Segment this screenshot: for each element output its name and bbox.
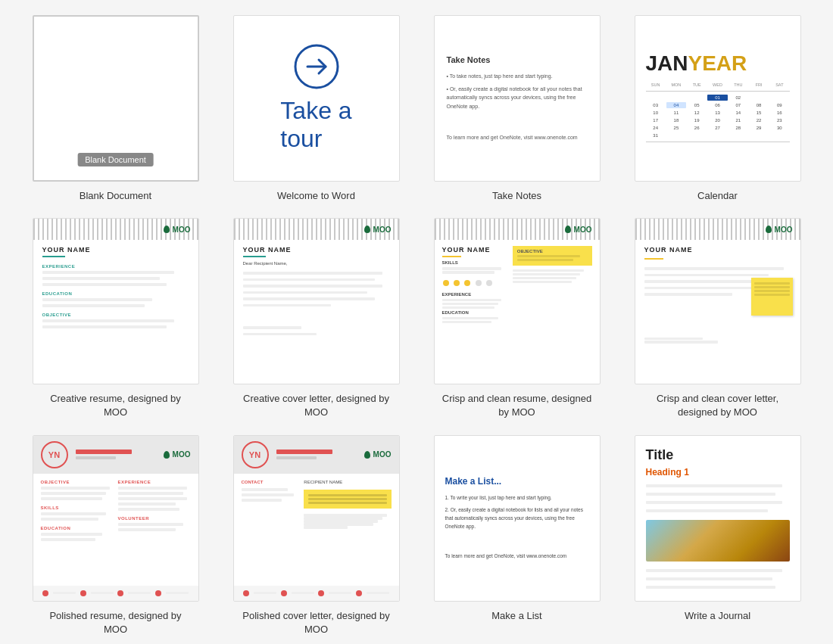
crisp-accent-line: [442, 256, 461, 257]
polished-cover-line: [304, 517, 382, 520]
cover-right-line: [308, 502, 386, 504]
moo-section-objective: OBJECTIVE: [42, 313, 189, 317]
creative-resume-label: Creative resume, designed by MOO: [40, 392, 192, 419]
cal-cell: 22: [749, 117, 769, 123]
crisp-resume-label: Crisp and clean resume, designed by MOO: [441, 392, 593, 419]
journal-thumb[interactable]: Title Heading 1: [635, 435, 801, 602]
blank-badge: Blank Document: [77, 153, 154, 166]
cal-cell: 13: [707, 110, 727, 116]
template-item-crisp-resume: MOO YOUR NAME SKILLS: [424, 218, 610, 419]
cal-cell: 12: [687, 110, 707, 116]
cal-cell: 26: [687, 125, 707, 131]
polished-cover-left: CONTACT: [242, 480, 300, 580]
crisp-cover-line: [644, 267, 784, 270]
polished-footer: [33, 586, 198, 601]
crisp-line: [442, 299, 502, 302]
cover-line: [243, 297, 376, 300]
footer-dot-3: [117, 590, 123, 596]
cover-line: [243, 272, 382, 275]
creative-cover-label: Creative cover letter, designed by MOO: [241, 392, 392, 419]
moo-line: [42, 319, 175, 322]
make-list-thumb[interactable]: Make a List... 1. To write your list, ju…: [434, 435, 601, 602]
moo-name: YOUR NAME: [42, 246, 189, 254]
moo-line: [42, 271, 175, 274]
template-item-calendar: JAN YEAR SUN MON TUE WED THU FRI SAT: [625, 15, 810, 203]
crisp-cover-header-bar: MOO: [635, 219, 800, 240]
tour-thumb[interactable]: Take atour: [233, 15, 400, 182]
cal-cell: 14: [728, 110, 748, 116]
crisp-line: [442, 321, 491, 324]
polished-cover-line: [242, 493, 294, 496]
polished-cover-header: YN MOO: [234, 436, 399, 474]
creative-resume-thumb[interactable]: MOO YOUR NAME EXPERIENCE EDUCATION OBJEC…: [33, 218, 199, 384]
template-grid: Blank Document Blank Document Take atour…: [23, 15, 810, 636]
crisp-skill-dots: [442, 276, 508, 290]
cal-cell: 23: [769, 117, 789, 123]
cal-cell: 15: [749, 110, 769, 116]
polished-education: EDUCATION: [41, 526, 114, 530]
cal-cell: [646, 95, 666, 101]
skill-dot: [443, 280, 449, 286]
creative-cover-thumb[interactable]: MOO YOUR NAME Dear Recipient Name,: [233, 218, 400, 384]
crisp-cover-drop-icon: [766, 226, 772, 233]
polished-line: [118, 487, 187, 490]
template-item-journal: Title Heading 1 Write a Journal: [625, 435, 810, 636]
polished-line: [41, 538, 95, 541]
polished-cover-initials: YN: [242, 441, 269, 468]
cal-cell: 08: [749, 102, 769, 108]
crisp-cover-body: YOUR NAME: [635, 240, 800, 384]
polished-cover-thumb[interactable]: YN MOO CONTACT RECIPIENT NA: [233, 435, 400, 602]
template-item-creative-cover: MOO YOUR NAME Dear Recipient Name, Creat…: [223, 218, 409, 419]
cal-cell: 25: [666, 125, 686, 131]
cal-day-thu: THU: [728, 82, 748, 88]
polished-line: [118, 502, 176, 506]
cal-cell: 06: [707, 102, 727, 108]
journal-heading: Heading 1: [646, 467, 689, 478]
cal-cell: 29: [749, 125, 769, 131]
calendar-thumb[interactable]: JAN YEAR SUN MON TUE WED THU FRI SAT: [635, 15, 801, 182]
crisp-line: [442, 267, 502, 270]
template-item-crisp-cover: MOO YOUR NAME: [625, 218, 810, 419]
note-line: [754, 290, 790, 292]
polished-cover-line: [242, 488, 288, 491]
polished-cover-body-lines: [304, 514, 391, 529]
crisp-line: [513, 273, 580, 276]
cal-cell: 31: [646, 132, 666, 138]
footer-line: [91, 592, 114, 594]
polished-name-line: [76, 450, 132, 454]
cal-day-wed: WED: [707, 82, 727, 88]
cal-cell: [687, 95, 707, 101]
polished-line: [118, 492, 183, 495]
polished-resume-thumb[interactable]: YN MOO OBJECTIVE SKILLS: [33, 435, 199, 602]
cal-cell: 07: [728, 102, 748, 108]
cover-right-line: [308, 498, 386, 500]
cover-footer-line: [292, 592, 314, 594]
journal-line: [646, 484, 783, 487]
crisp-name: YOUR NAME: [442, 246, 508, 254]
polished-line: [41, 512, 106, 515]
footer-dot-2: [80, 590, 86, 596]
cover-right-line: [308, 494, 386, 496]
crisp-line: [513, 277, 576, 280]
blank-document-thumb[interactable]: Blank Document: [33, 15, 199, 182]
moo-body: YOUR NAME EXPERIENCE EDUCATION OBJECTIVE: [33, 240, 198, 384]
cover-line: [243, 291, 368, 294]
journal-line: [646, 577, 772, 580]
template-item-creative-resume: MOO YOUR NAME EXPERIENCE EDUCATION OBJEC…: [23, 218, 208, 419]
notes-thumb[interactable]: Take Notes • To take notes, just tap her…: [434, 15, 601, 182]
crisp-yellow-box: OBJECTIVE: [513, 246, 592, 266]
crisp-resume-thumb[interactable]: MOO YOUR NAME SKILLS: [434, 218, 601, 384]
crisp-cover-label: Crisp and clean cover letter, designed b…: [642, 392, 794, 419]
cal-cell: 09: [769, 102, 789, 108]
cal-cell: 10: [646, 110, 666, 116]
note-line: [754, 282, 790, 285]
polished-header: YN MOO: [33, 436, 198, 474]
note-line: [754, 294, 790, 296]
journal-line: [646, 509, 769, 512]
crisp-line: [442, 306, 495, 310]
moo-line: [42, 277, 160, 280]
moo-accent-line: [42, 256, 65, 257]
cal-cell: [666, 95, 686, 101]
crisp-cover-thumb[interactable]: MOO YOUR NAME: [635, 218, 801, 384]
polished-cover-moo-text: MOO: [373, 450, 392, 459]
